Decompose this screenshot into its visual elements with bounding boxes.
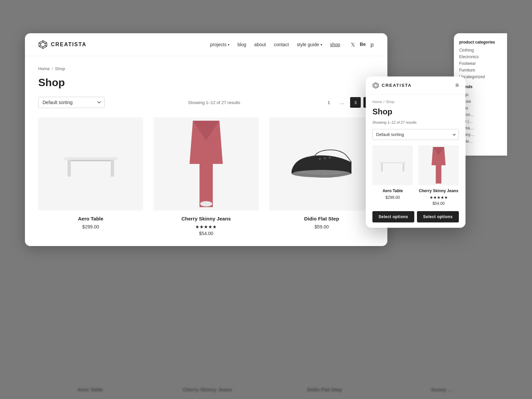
- behance-icon[interactable]: Be: [360, 42, 366, 48]
- mobile-logo-icon: [372, 82, 379, 89]
- sidebar-brand-eggo[interactable]: Eggo: [459, 92, 502, 97]
- svg-rect-11: [71, 160, 111, 161]
- mobile-product-price-table: $299.00: [385, 195, 400, 200]
- mobile-product-image-jeans: [418, 145, 459, 185]
- nav-projects[interactable]: projects ▾: [210, 42, 229, 47]
- sidebar-brand-ellipse[interactable]: Ellipse: [459, 99, 502, 104]
- mobile-product-grid: Aero Table $299.00 Cherry Skinny Jeans ★…: [372, 145, 459, 206]
- sidebar-brand-triple[interactable]: Triple…: [459, 139, 502, 144]
- nav-style-guide-label: style guide: [297, 42, 319, 47]
- bottom-product-name-2: Cherry Skinny Jeans: [156, 387, 260, 392]
- mobile-product-image-table: [372, 145, 413, 185]
- sidebar-brand-like[interactable]: Like (…: [459, 119, 502, 124]
- mobile-content: Home / Shop Shop Showing 1–12 of 27 resu…: [366, 94, 466, 228]
- svg-point-12: [200, 201, 212, 206]
- main-window: CREATISTA projects ▾ blog about contact …: [25, 33, 387, 246]
- logo-icon: [38, 40, 48, 49]
- results-count: Showing 1–12 of 27 results: [105, 100, 324, 105]
- svg-point-14: [319, 158, 321, 160]
- sidebar-brands-heading: brands: [459, 84, 502, 89]
- svg-point-13: [292, 170, 351, 178]
- bottom-product-1: Aero Table: [38, 387, 142, 392]
- sidebar-item-electronics[interactable]: Electronics: [459, 55, 502, 59]
- sort-select[interactable]: Default sorting Sort by popularity Sort …: [38, 97, 105, 108]
- main-nav: projects ▾ blog about contact style guid…: [210, 42, 374, 48]
- jeans-illustration: [186, 121, 226, 207]
- mobile-breadcrumb-home[interactable]: Home: [372, 100, 382, 104]
- svg-rect-10: [111, 160, 114, 177]
- mobile-page-title: Shop: [372, 107, 459, 116]
- mobile-breadcrumb-sep: /: [383, 100, 384, 104]
- chevron-down-icon: ▾: [228, 43, 229, 47]
- nav-projects-label: projects: [210, 42, 226, 47]
- hamburger-icon[interactable]: ≡: [455, 82, 459, 89]
- breadcrumb-home[interactable]: Home: [38, 66, 50, 71]
- svg-marker-17: [373, 82, 378, 88]
- nav-shop[interactable]: shop: [330, 42, 340, 47]
- pinterest-icon[interactable]: 𝕡: [370, 42, 374, 48]
- select-options-button-1[interactable]: Select options: [372, 211, 414, 222]
- twitter-icon[interactable]: 𝕏: [351, 42, 355, 48]
- product-name-jeans: Cherry Skinny Jeans: [182, 216, 231, 221]
- product-price-aero-table: $299.00: [82, 224, 99, 229]
- bottom-products-bar: Aero Table Cherry Skinny Jeans Didio Fla…: [25, 380, 507, 399]
- page-title: Shop: [38, 76, 374, 89]
- mobile-brand-name: CREATISTA: [382, 83, 412, 88]
- header: CREATISTA projects ▾ blog about contact …: [25, 33, 387, 56]
- mobile-breadcrumb-current: Shop: [386, 100, 394, 104]
- svg-point-16: [329, 157, 331, 159]
- product-image-shoe: [269, 117, 374, 210]
- product-rating-jeans: ★★★★★: [195, 224, 217, 229]
- page-3-btn[interactable]: 3: [350, 97, 361, 108]
- logo: CREATISTA: [38, 40, 86, 49]
- product-card-aero-table: Aero Table $299.00: [38, 117, 143, 236]
- product-image-jeans: [154, 117, 258, 210]
- chevron-down-icon-2: ▾: [321, 43, 322, 47]
- product-name-shoe: Didio Flat Step: [304, 216, 339, 221]
- breadcrumb: Home / Shop: [38, 66, 374, 71]
- mobile-table-illustration: [378, 155, 408, 175]
- mobile-results-count: Showing 1–12 of 27 results: [372, 120, 459, 124]
- mobile-product-rating-jeans: ★★★★★: [430, 195, 448, 200]
- page-1-btn[interactable]: 1: [324, 97, 334, 108]
- mobile-action-buttons: Select options Select options: [372, 211, 459, 222]
- nav-blog[interactable]: blog: [237, 42, 246, 47]
- bottom-product-2: Cherry Skinny Jeans: [156, 387, 260, 392]
- shoe-illustration: [288, 144, 355, 184]
- svg-point-15: [324, 157, 326, 159]
- page-ellipsis: ...: [337, 97, 347, 108]
- nav-style-guide[interactable]: style guide ▾: [297, 42, 322, 47]
- sidebar-brand-sunny[interactable]: Sunny…: [459, 132, 502, 137]
- sidebar-brand-fans[interactable]: Fans: [459, 106, 502, 110]
- mobile-sort-select[interactable]: Default sorting Sort by popularity: [372, 129, 459, 140]
- table-illustration: [61, 147, 121, 181]
- product-name-aero-table: Aero Table: [78, 216, 103, 221]
- svg-marker-1: [41, 42, 45, 47]
- svg-rect-8: [64, 157, 117, 160]
- sidebar-brand-numa[interactable]: Numa…: [459, 126, 502, 130]
- sidebar-item-furniture[interactable]: Furniture: [459, 68, 502, 72]
- mobile-jeans-illustration: [429, 147, 449, 184]
- nav-about[interactable]: about: [254, 42, 266, 47]
- brand-name: CREATISTA: [51, 42, 86, 48]
- nav-social: 𝕏 Be 𝕡: [351, 42, 374, 48]
- svg-rect-19: [379, 162, 406, 163]
- nav-contact[interactable]: contact: [274, 42, 289, 47]
- mobile-product-card-jeans: Cherry Skinny Jeans ★★★★★ $54.00: [418, 145, 459, 206]
- bottom-product-name-1: Aero Table: [38, 387, 142, 392]
- mobile-product-name-jeans: Cherry Skinny Jeans: [419, 189, 459, 193]
- sidebar-item-uncategorized[interactable]: Uncategorized: [459, 74, 502, 79]
- select-options-button-2[interactable]: Select options: [417, 211, 459, 222]
- toolbar: Default sorting Sort by popularity Sort …: [38, 97, 374, 108]
- svg-rect-9: [67, 160, 71, 177]
- shop-content: Home / Shop Shop Default sorting Sort by…: [25, 56, 387, 246]
- svg-rect-21: [403, 163, 404, 172]
- sidebar-item-clothing[interactable]: Clothing: [459, 48, 502, 53]
- sidebar-item-footwear[interactable]: Footwear: [459, 61, 502, 66]
- svg-rect-20: [381, 163, 383, 172]
- mobile-product-name-table: Aero Table: [382, 189, 403, 193]
- breadcrumb-separator: /: [52, 66, 53, 71]
- product-card-jeans: Cherry Skinny Jeans ★★★★★ $54.00: [154, 117, 258, 236]
- svg-marker-18: [374, 84, 377, 87]
- sidebar-brand-johnn[interactable]: Johnn…: [459, 112, 502, 117]
